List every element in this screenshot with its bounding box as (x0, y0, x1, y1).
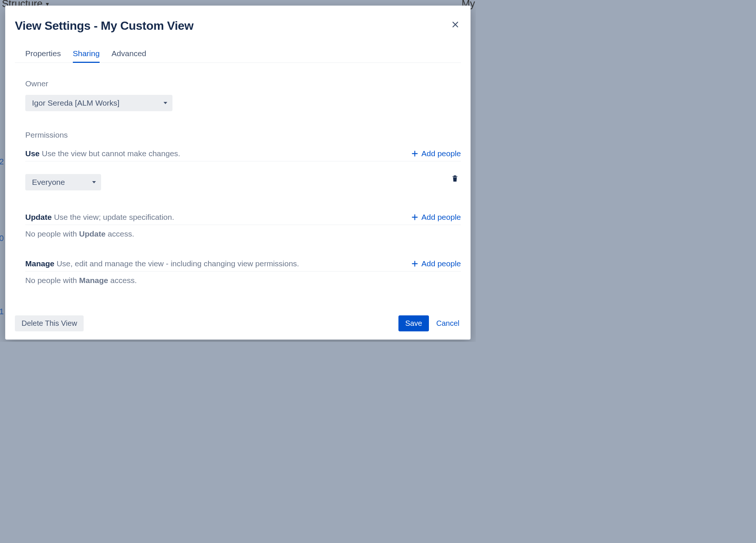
trash-icon (451, 174, 459, 183)
cancel-button[interactable]: Cancel (435, 315, 461, 331)
tab-properties[interactable]: Properties (25, 49, 61, 63)
use-scope-select[interactable]: Everyone (25, 174, 101, 190)
tab-sharing[interactable]: Sharing (73, 49, 100, 63)
owner-select-value: Igor Sereda [ALM Works] (32, 99, 119, 107)
add-people-use-button[interactable]: Add people (411, 149, 461, 158)
permission-manage-header: ManageUse, edit and manage the view - in… (25, 259, 461, 272)
footer-right: Save Cancel (398, 315, 461, 331)
delete-view-button[interactable]: Delete This View (15, 315, 84, 331)
permission-update-header: UpdateUse the view; update specification… (25, 213, 461, 225)
tab-advanced[interactable]: Advanced (112, 49, 146, 63)
close-icon (451, 20, 459, 29)
caret-down-icon (164, 102, 167, 104)
modal-title: View Settings - My Custom View (15, 19, 194, 33)
modal-content: Owner Igor Sereda [ALM Works] Permission… (15, 63, 461, 308)
bg-row-number: 1 (0, 307, 4, 317)
caret-down-icon (92, 181, 96, 183)
owner-select[interactable]: Igor Sereda [ALM Works] (25, 95, 172, 111)
permission-use: UseUse the view but cannot make changes.… (25, 149, 461, 190)
permission-use-row: Everyone (25, 167, 461, 190)
tabs: Properties Sharing Advanced (15, 49, 461, 63)
add-people-update-button[interactable]: Add people (411, 213, 461, 222)
modal-footer: Delete This View Save Cancel (15, 308, 461, 331)
permissions-label: Permissions (25, 131, 461, 139)
permission-use-title: UseUse the view but cannot make changes. (25, 149, 180, 158)
add-people-manage-button[interactable]: Add people (411, 259, 461, 268)
remove-use-entry-button[interactable] (449, 172, 461, 186)
plus-icon (411, 213, 419, 221)
plus-icon (411, 260, 419, 267)
bg-row-number: 0 (0, 234, 4, 243)
permission-manage-title: ManageUse, edit and manage the view - in… (25, 259, 299, 268)
permission-manage: ManageUse, edit and manage the view - in… (25, 259, 461, 285)
plus-icon (411, 150, 419, 157)
modal-header: View Settings - My Custom View (15, 19, 461, 33)
permission-use-header: UseUse the view but cannot make changes.… (25, 149, 461, 161)
view-settings-modal: View Settings - My Custom View Propertie… (5, 6, 471, 340)
save-button[interactable]: Save (398, 315, 429, 331)
permission-update-empty: No people with Update access. (25, 229, 461, 238)
use-scope-value: Everyone (32, 178, 65, 187)
permission-update-title: UpdateUse the view; update specification… (25, 213, 174, 222)
permission-manage-empty: No people with Manage access. (25, 276, 461, 285)
bg-row-number: 2 (0, 157, 4, 167)
permission-update: UpdateUse the view; update specification… (25, 213, 461, 238)
close-button[interactable] (450, 19, 461, 31)
owner-label: Owner (25, 79, 461, 88)
